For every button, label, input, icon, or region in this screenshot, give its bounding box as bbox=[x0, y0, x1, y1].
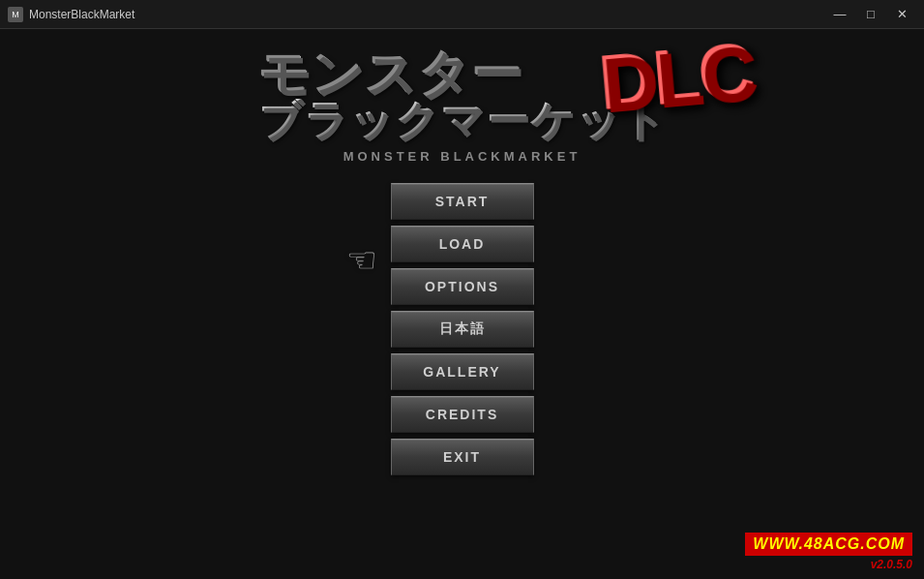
gallery-button[interactable]: GALLERY bbox=[391, 353, 534, 390]
title-bar-left: M MonsterBlackMarket bbox=[8, 7, 134, 22]
maximize-button[interactable]: □ bbox=[856, 4, 885, 25]
logo-container: モンスター ブラックマーケット DLC MONSTER BLACKMARKET bbox=[258, 48, 667, 164]
window-controls: — □ ✕ bbox=[825, 4, 916, 25]
language-button[interactable]: 日本語 bbox=[391, 311, 534, 348]
close-button[interactable]: ✕ bbox=[887, 4, 916, 25]
logo-dlc: DLC bbox=[597, 32, 757, 123]
logo-main: モンスター ブラックマーケット DLC bbox=[258, 48, 667, 141]
start-button[interactable]: START bbox=[391, 183, 534, 220]
options-button[interactable]: OPTIONS bbox=[391, 268, 534, 305]
main-content: モンスター ブラックマーケット DLC MONSTER BLACKMARKET … bbox=[0, 29, 924, 579]
title-bar: M MonsterBlackMarket — □ ✕ bbox=[0, 0, 924, 29]
window-title: MonsterBlackMarket bbox=[29, 8, 134, 21]
app-icon: M bbox=[8, 7, 23, 22]
exit-button[interactable]: EXIT bbox=[391, 439, 534, 475]
cursor-icon: ☞ bbox=[346, 240, 377, 281]
credits-button[interactable]: CREDITS bbox=[391, 396, 534, 433]
watermark: WWW.48ACG.COM v2.0.5.0 bbox=[745, 533, 912, 571]
minimize-button[interactable]: — bbox=[825, 4, 854, 25]
load-button[interactable]: LOAD bbox=[391, 226, 534, 262]
logo-subtitle: MONSTER BLACKMARKET bbox=[343, 149, 581, 164]
watermark-url: WWW.48ACG.COM bbox=[745, 533, 912, 556]
menu-buttons: START LOAD OPTIONS 日本語 GALLERY CREDITS E… bbox=[391, 183, 534, 475]
watermark-version: v2.0.5.0 bbox=[871, 558, 912, 571]
